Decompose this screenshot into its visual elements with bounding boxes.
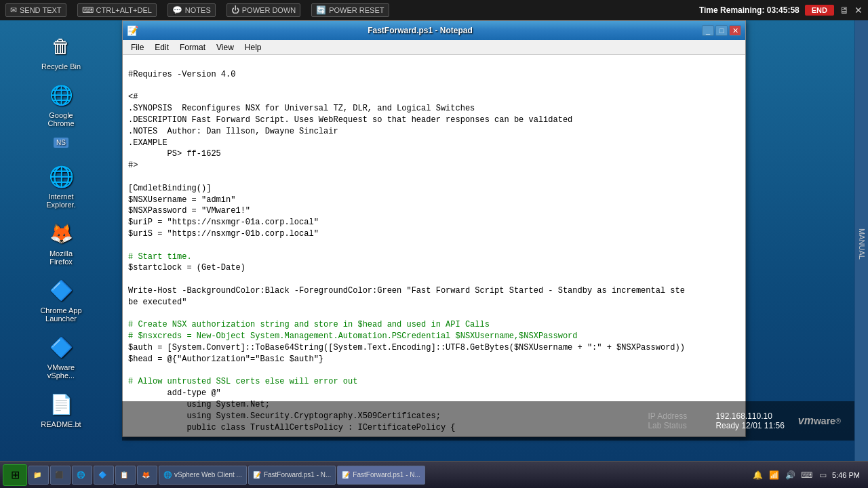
taskbar-app2[interactable]: 📋 — [115, 466, 136, 485]
taskbar: ⊞ 📁 ⬛ 🌐 🔷 📋 🦊 🌐 vSphere Web Client ... 📝… — [0, 461, 868, 488]
readme-icon[interactable]: 📄 README.bt — [31, 385, 92, 434]
taskbar-app1[interactable]: 🔷 — [94, 466, 114, 485]
start-button[interactable]: ⊞ — [3, 464, 27, 486]
notepad-titlebar[interactable]: 📝 FastForward.ps1 - Notepad _ □ ✕ — [123, 21, 745, 40]
taskbar-clock: 5:46 PM — [832, 471, 860, 479]
timer-display: Time Remaining: 03:45:58 — [699, 5, 800, 15]
readme-label: README.bt — [41, 420, 81, 428]
power-reset-icon: 🔄 — [316, 5, 326, 15]
vmware-logo: vm — [798, 415, 814, 427]
power-reset-button[interactable]: 🔄 POWER RESET — [311, 3, 389, 17]
power-down-button[interactable]: ⏻ POWER DOWN — [226, 3, 300, 17]
notepad-help-menu[interactable]: Help — [239, 41, 267, 54]
desktop: 🗑 Recycle Bin 🌐 Google Chrome NS 🌐 Inter… — [0, 20, 868, 468]
notepad-icon1: 📝 — [253, 471, 261, 479]
tray-icon-4[interactable]: ⌨ — [800, 468, 813, 482]
vmware-vsphere-label: VMware vSphe... — [37, 363, 85, 380]
notepad-minimize-button[interactable]: _ — [702, 25, 714, 36]
taskbar-fastforward1-button[interactable]: 📝 FastForward.ps1 - N... — [248, 466, 336, 485]
top-bar: ✉ SEND TEXT ⌨ CTRL+ALT+DEL 💬 NOTES ⏻ POW… — [0, 0, 868, 20]
taskbar-system-tray: 🔔 📶 🔊 ⌨ ▭ 5:46 PM — [751, 468, 865, 482]
taskbar-cmd[interactable]: ⬛ — [50, 466, 71, 485]
manual-panel[interactable]: MANUAL — [854, 20, 868, 468]
mozilla-firefox-icon[interactable]: 🦊 Mozilla Firefox — [31, 214, 92, 271]
notepad-view-menu[interactable]: View — [211, 41, 239, 54]
status-info-block: IP Address 192.168.110.10 Lab Status Rea… — [648, 411, 784, 430]
notepad-window: 📝 FastForward.ps1 - Notepad _ □ ✕ File E… — [122, 20, 746, 437]
lab-status-value: Ready 12/01 11:56 — [715, 421, 784, 430]
ip-value: 192.168.110.10 — [715, 411, 772, 421]
taskbar-vsphere-client-button[interactable]: 🌐 vSphere Web Client ... — [159, 466, 247, 485]
notepad-maximize-button[interactable]: □ — [715, 25, 728, 36]
chrome-app-launcher-icon[interactable]: 🔷 Chrome App Launcher — [31, 271, 92, 328]
taskbar-ie[interactable]: 🌐 — [72, 466, 92, 485]
show-desktop-button[interactable]: ▭ — [816, 468, 829, 482]
send-text-icon: ✉ — [10, 5, 17, 15]
monitor-icon[interactable]: 🖥 — [840, 5, 849, 16]
notepad-edit-menu[interactable]: Edit — [149, 41, 174, 54]
notepad-format-menu[interactable]: Format — [174, 41, 211, 54]
keyboard-icon: ⌨ — [82, 5, 94, 15]
taskbar-fastforward2-button[interactable]: 📝 FastForward.ps1 - N... — [337, 466, 425, 485]
vsphere-icon-small: 🌐 — [163, 471, 172, 479]
tray-icon-1[interactable]: 🔔 — [751, 468, 764, 482]
vmware-vsphere-icon[interactable]: 🔷 VMware vSphe... — [31, 328, 92, 385]
internet-explorer-icon[interactable]: 🌐 Internet Explorer. — [31, 157, 92, 214]
ip-label: IP Address — [648, 411, 709, 421]
notes-button[interactable]: 💬 NOTES — [167, 3, 216, 17]
close-top-icon[interactable]: ✕ — [854, 5, 863, 16]
send-text-button[interactable]: ✉ SEND TEXT — [5, 3, 66, 17]
mozilla-firefox-label: Mozilla Firefox — [37, 249, 85, 266]
recycle-bin-icon[interactable]: 🗑 Recycle Bin — [31, 27, 92, 76]
internet-explorer-label: Internet Explorer. — [37, 192, 85, 209]
notepad-menubar: File Edit Format View Help — [123, 40, 745, 55]
notepad-window-icon: 📝 — [127, 25, 138, 36]
power-down-icon: ⏻ — [231, 5, 239, 15]
google-chrome-label: Google Chrome — [37, 111, 85, 127]
tray-icon-2[interactable]: 📶 — [767, 468, 781, 482]
google-chrome-icon[interactable]: 🌐 Google Chrome — [31, 76, 92, 133]
recycle-bin-label: Recycle Bin — [41, 62, 81, 70]
notepad-title: FastForward.ps1 - Notepad — [138, 26, 702, 35]
notes-icon: 💬 — [172, 5, 182, 15]
notepad-file-menu[interactable]: File — [125, 41, 149, 54]
notepad-close-button[interactable]: ✕ — [729, 25, 741, 36]
taskbar-firefox[interactable]: 🦊 — [137, 466, 157, 485]
tray-icon-3[interactable]: 🔊 — [783, 468, 797, 482]
status-bar: IP Address 192.168.110.10 Lab Status Rea… — [122, 401, 854, 441]
notepad-icon2: 📝 — [342, 471, 350, 479]
chrome-app-launcher-label: Chrome App Launcher — [37, 306, 85, 323]
taskbar-file-explorer[interactable]: 📁 — [28, 466, 49, 485]
lab-status-label: Lab Status — [648, 421, 709, 430]
end-button[interactable]: END — [805, 5, 834, 16]
ctrl-alt-del-button[interactable]: ⌨ CTRL+ALT+DEL — [77, 3, 157, 17]
desktop-icons-sidebar: 🗑 Recycle Bin 🌐 Google Chrome NS 🌐 Inter… — [0, 20, 122, 468]
notepad-text-area[interactable]: #Requires -Version 4.0 <# .SYNOPSIS Reco… — [123, 55, 745, 436]
ns-icon[interactable]: NS — [31, 130, 92, 157]
